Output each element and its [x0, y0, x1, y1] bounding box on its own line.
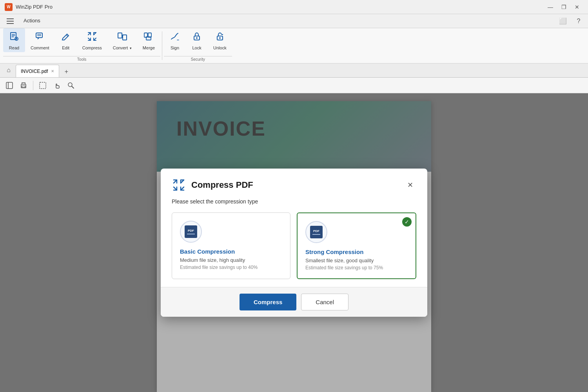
strong-card-savings: Estimated file size savings up to 75% — [305, 265, 408, 270]
compress-dialog: Compress PDF ✕ Please select the compres… — [161, 169, 427, 317]
toolbar-separator — [33, 81, 33, 90]
svg-point-18 — [219, 37, 221, 39]
hamburger-menu[interactable] — [3, 14, 17, 28]
dialog-subtitle: Please select the compression type — [172, 198, 416, 205]
sidebar-toggle-button[interactable] — [3, 79, 16, 92]
svg-point-16 — [196, 37, 198, 39]
svg-rect-10 — [118, 33, 122, 38]
strong-card-title: Strong Compression — [305, 249, 408, 255]
svg-line-25 — [72, 86, 74, 88]
strong-pdf-icon: PDF — [310, 226, 323, 238]
file-tab-close[interactable]: ✕ — [51, 69, 54, 73]
basic-card-savings: Estimated file size savings up to 40% — [180, 265, 282, 270]
ribbon-edit-button[interactable]: Edit — [55, 28, 77, 52]
strong-card-icon: PDF — [305, 221, 327, 243]
read-icon — [9, 31, 19, 44]
basic-card-desc: Medium file size, high quality — [180, 257, 282, 263]
menu-item-actions[interactable]: Actions — [17, 14, 47, 28]
sign-label: Sign — [171, 45, 179, 51]
search-tool-button[interactable] — [65, 79, 77, 92]
dialog-close-button[interactable]: ✕ — [404, 179, 416, 191]
menu-bar: Actions ⬜ ? — [0, 14, 588, 28]
comment-icon — [35, 31, 45, 44]
strong-card-desc: Smallest file size, good quality — [305, 258, 408, 263]
compress-button[interactable]: Compress — [240, 294, 296, 310]
svg-rect-11 — [123, 35, 127, 40]
ribbon-unlock-button[interactable]: Unlock — [208, 28, 232, 52]
ribbon-security-buttons: Sign Lock — [164, 28, 232, 55]
file-tab-label: INVOICE.pdf — [21, 69, 48, 74]
security-group-label: Security — [164, 56, 232, 63]
ribbon-separator-1 — [162, 31, 162, 60]
menu-bar-right: ⬜ ? — [557, 15, 585, 27]
file-tab-invoice[interactable]: INVOICE.pdf ✕ — [16, 65, 59, 77]
lock-icon — [192, 31, 202, 44]
svg-rect-22 — [22, 86, 25, 87]
tabs-area: ⌂ INVOICE.pdf ✕ + — [0, 64, 588, 78]
ribbon-compress-button[interactable]: Compress — [77, 28, 107, 52]
dialog-compress-icon — [172, 178, 186, 192]
ribbon-comment-button[interactable]: Comment — [25, 28, 55, 52]
selected-checkmark: ✓ — [402, 217, 412, 227]
app-title: WinZip PDF Pro — [16, 4, 53, 10]
svg-rect-6 — [36, 33, 42, 38]
ribbon-tools-buttons: Read Comment — [3, 28, 160, 55]
compression-options: PDF Basic Compression Medium file size, … — [172, 212, 416, 279]
svg-point-5 — [16, 38, 17, 40]
ribbon-read-button[interactable]: Read — [3, 28, 25, 52]
dialog-body: Please select the compression type PDF B… — [161, 198, 427, 287]
main-area: INVOICE DATE Date INVOICE TO Street Addr… — [0, 93, 588, 392]
ribbon-security-group: Sign Lock — [164, 28, 232, 63]
basic-card-icon: PDF — [180, 221, 202, 243]
dialog-overlay: Compress PDF ✕ Please select the compres… — [0, 93, 588, 392]
window-controls: — ❐ ✕ — [544, 2, 583, 13]
ribbon-lock-button[interactable]: Lock — [186, 28, 208, 52]
home-tab[interactable]: ⌂ — [2, 63, 16, 77]
ribbon: Read Comment — [0, 28, 588, 64]
print-button[interactable] — [17, 79, 30, 92]
ribbon-tools-group: Read Comment — [3, 28, 160, 63]
ribbon-convert-button[interactable]: Convert ▾ — [107, 28, 137, 52]
convert-label: Convert ▾ — [113, 45, 132, 51]
read-label: Read — [9, 45, 19, 51]
ribbon-merge-button[interactable]: Merge — [137, 28, 160, 52]
compress-icon — [87, 31, 97, 44]
toolbar — [0, 78, 588, 93]
dialog-header: Compress PDF ✕ — [161, 169, 427, 198]
merge-label: Merge — [143, 45, 155, 51]
dialog-title: Compress PDF — [191, 180, 253, 190]
cancel-button[interactable]: Cancel — [301, 294, 348, 310]
lock-label: Lock — [192, 45, 201, 51]
layout-icon[interactable]: ⬜ — [557, 15, 569, 27]
svg-rect-23 — [40, 82, 46, 89]
unlock-icon — [215, 31, 225, 44]
unlock-label: Unlock — [213, 45, 227, 51]
dialog-title-area: Compress PDF — [172, 178, 253, 192]
close-button[interactable]: ✕ — [571, 2, 583, 13]
dialog-footer: Compress Cancel — [161, 287, 427, 317]
edit-label: Edit — [62, 45, 69, 51]
comment-label: Comment — [31, 45, 49, 51]
help-icon[interactable]: ? — [572, 15, 585, 27]
edit-icon — [61, 31, 71, 44]
compress-label: Compress — [82, 45, 102, 51]
basic-card-title: Basic Compression — [180, 248, 282, 255]
convert-icon — [117, 31, 127, 44]
select-button[interactable] — [36, 79, 49, 92]
svg-rect-19 — [6, 82, 13, 89]
hand-tool-button[interactable] — [51, 79, 63, 92]
sign-icon — [170, 31, 180, 44]
basic-pdf-icon: PDF — [185, 225, 197, 238]
tools-group-label: Tools — [3, 56, 160, 63]
title-bar: W WinZip PDF Pro — ❐ ✕ — [0, 0, 588, 14]
restore-button[interactable]: ❐ — [557, 2, 570, 13]
app-icon: W — [5, 3, 13, 11]
ribbon-sign-button[interactable]: Sign — [164, 28, 186, 52]
strong-compression-card[interactable]: ✓ PDF Strong Compression Smallest file s… — [297, 212, 416, 279]
merge-icon — [143, 31, 154, 44]
title-bar-left: W WinZip PDF Pro — [5, 3, 53, 11]
add-tab-button[interactable]: + — [61, 66, 72, 77]
basic-compression-card[interactable]: PDF Basic Compression Medium file size, … — [172, 212, 290, 279]
minimize-button[interactable]: — — [544, 2, 557, 13]
